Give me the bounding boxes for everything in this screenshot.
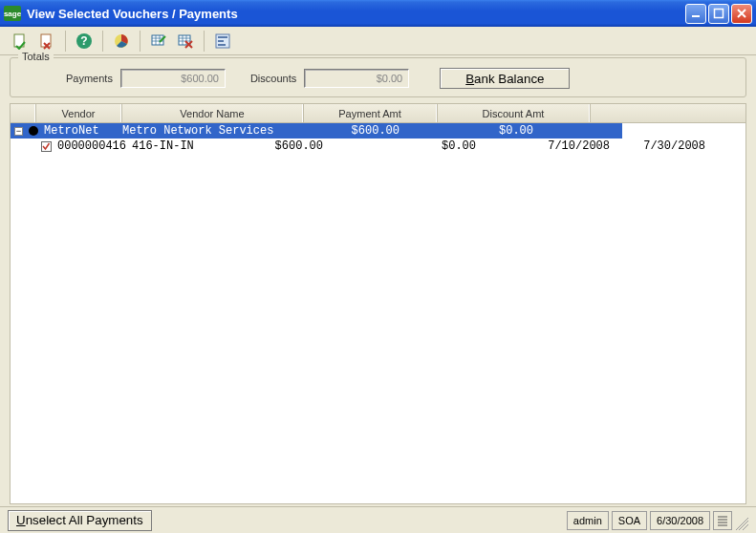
grid-header-vendor[interactable]: Vendor <box>35 104 121 122</box>
svg-rect-11 <box>218 40 224 42</box>
minimize-button[interactable] <box>685 4 706 24</box>
voucher-payment-cell: $600.00 <box>266 139 380 153</box>
window-controls <box>685 4 752 24</box>
vendor-payment-cell: $600.00 <box>304 124 419 138</box>
svg-rect-0 <box>692 15 700 17</box>
discounts-label: Discounts <box>250 73 296 84</box>
totals-group: Totals Payments $600.00 Discounts $0.00 … <box>10 57 746 97</box>
grid-header-spacer <box>590 104 745 122</box>
payments-label: Payments <box>66 73 113 84</box>
form-icon[interactable] <box>212 31 233 52</box>
collapse-icon[interactable]: − <box>14 127 23 136</box>
toolbar-separator <box>65 31 66 52</box>
vendor-discount-cell: $0.00 <box>419 124 552 138</box>
svg-text:?: ? <box>80 34 87 48</box>
title-bar: sage View Selected Vouchers / Payments <box>0 0 756 27</box>
toolbar-separator <box>204 31 205 52</box>
voucher-number-cell: 0000000416 <box>57 139 132 153</box>
grid-header-discount-amt[interactable]: Discount Amt <box>437 104 590 122</box>
app-badge: sage <box>4 6 21 21</box>
grid-header-vendor-name[interactable]: Vendor Name <box>121 104 303 122</box>
svg-rect-10 <box>218 36 227 38</box>
vendor-id-cell: MetroNet <box>44 124 122 138</box>
voucher-row[interactable]: 0000000416 416-IN-IN $600.00 $0.00 7/10/… <box>11 139 745 154</box>
grid-header-spacer <box>11 104 35 122</box>
status-list-icon[interactable] <box>713 511 732 530</box>
status-user: admin <box>567 511 609 530</box>
bank-balance-button[interactable]: Bank Balance <box>440 68 570 89</box>
status-bar: Unselect All Payments admin SOA 6/30/200… <box>0 506 756 533</box>
resize-grip-icon[interactable] <box>735 511 748 530</box>
pie-icon[interactable] <box>111 31 132 52</box>
status-date: 6/30/2008 <box>650 511 710 530</box>
discounts-value: $0.00 <box>304 69 409 88</box>
doc-check-icon[interactable] <box>10 31 31 52</box>
close-button[interactable] <box>731 4 752 24</box>
grid-header-payment-amt[interactable]: Payment Amt <box>303 104 437 122</box>
voucher-grid: Vendor Vendor Name Payment Amt Discount … <box>10 103 746 504</box>
vendor-row[interactable]: − MetroNet Metro Network Services $600.0… <box>11 123 622 139</box>
voucher-reference-cell: 416-IN-IN <box>132 139 266 153</box>
svg-rect-1 <box>715 10 724 18</box>
grid-header-row: Vendor Vendor Name Payment Amt Discount … <box>11 104 745 123</box>
payments-value: $600.00 <box>120 69 226 88</box>
grid-x-icon[interactable] <box>175 31 196 52</box>
voucher-checkbox[interactable] <box>41 141 52 152</box>
doc-x-icon[interactable] <box>36 31 57 52</box>
totals-legend: Totals <box>18 51 54 62</box>
grid-edit-icon[interactable] <box>148 31 169 52</box>
svg-rect-12 <box>218 44 226 46</box>
voucher-date1-cell: 7/10/2008 <box>514 139 619 153</box>
vendor-name-cell: Metro Network Services <box>122 124 304 138</box>
status-dot-icon <box>29 126 38 136</box>
unselect-all-button[interactable]: Unselect All Payments <box>8 510 152 531</box>
voucher-date2-cell: 7/30/2008 <box>619 139 705 153</box>
toolbar-separator <box>102 31 103 52</box>
help-icon[interactable]: ? <box>74 31 95 52</box>
window-title: View Selected Vouchers / Payments <box>27 7 685 21</box>
voucher-discount-cell: $0.00 <box>380 139 514 153</box>
toolbar-separator <box>140 31 140 52</box>
status-company: SOA <box>612 511 647 530</box>
toolbar: ? <box>0 27 756 55</box>
maximize-button[interactable] <box>708 4 729 24</box>
